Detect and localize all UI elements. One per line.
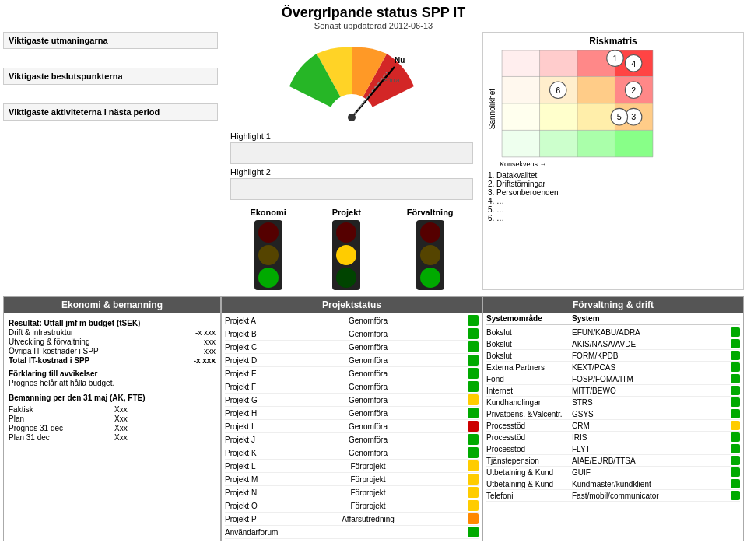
forv-area-13: Utbetalning & Kund <box>486 480 572 488</box>
gauge-container: Nu Förra <box>274 40 430 125</box>
tl-yellow-circle <box>420 245 440 265</box>
budget-title: Resultat: Utfall jmf m budget (tSEK) <box>9 319 216 327</box>
tl-red-circle <box>258 222 279 243</box>
svg-rect-10 <box>502 76 539 103</box>
proj-indicator-6 <box>468 394 479 405</box>
forv-row-10: Processtöd FLYT <box>486 443 740 455</box>
tl-red-circle <box>420 222 440 243</box>
forv-indicator-13 <box>731 479 740 488</box>
forv-row-5: Internet MITT/BEWO <box>486 385 740 397</box>
econ-label-1: Drift & infrastruktur <box>9 328 73 337</box>
forv-area-14: Telefoni <box>486 492 572 500</box>
proj-row-12: Projekt M Förprojekt <box>225 473 479 486</box>
proj-row-10: Projekt K Genomföra <box>225 446 479 460</box>
middle-section: Nu Förra Highlight 1 Highlight 2 Ekonomi <box>221 32 482 290</box>
proj-indicator-4 <box>468 368 479 379</box>
forv-system-14: Fast/mobil/communicator <box>572 492 728 500</box>
proj-name-12: Projekt M <box>225 475 272 484</box>
proj-indicator-11 <box>468 460 479 471</box>
proj-row-2: Projekt C Genomföra <box>225 341 479 354</box>
forvaltning-panel: Förvaltning & drift Systemområde System … <box>482 296 744 541</box>
proj-row-8: Projekt I Genomföra <box>225 420 479 433</box>
forklaring-text: Prognos helår att hålla budget. <box>9 379 216 387</box>
traffic-lights: Ekonomi Projekt Förvaltning <box>224 208 479 290</box>
svg-rect-6 <box>502 50 539 76</box>
proj-status-0: Genomföra <box>272 317 465 325</box>
proj-indicator-0 <box>468 315 479 326</box>
proj-name-3: Projekt D <box>225 356 272 365</box>
proj-indicator-8 <box>468 421 479 432</box>
beslut-label: Viktigaste beslutspunkterna <box>3 68 218 85</box>
konsekvens-item-4: 4. … <box>488 197 738 205</box>
staff-prognos-value: Xxx <box>114 424 216 432</box>
forv-row-8: Processtöd CRM <box>486 420 740 432</box>
tl-green-circle <box>336 268 356 288</box>
forv-system-5: MITT/BEWO <box>572 387 728 395</box>
page-subtitle: Senast uppdaterad 2012-06-13 <box>0 21 747 30</box>
proj-name-13: Projekt N <box>225 488 272 497</box>
forv-indicator-1 <box>731 339 740 348</box>
forklaring-title: Förklaring till avvikelser <box>9 369 216 378</box>
forv-indicator-8 <box>731 421 740 430</box>
svg-rect-12 <box>577 76 615 103</box>
proj-row-11: Projekt L Förprojekt <box>225 460 479 473</box>
forv-system-6: STRS <box>572 398 728 407</box>
econ-value-1: -x xxx <box>195 328 216 337</box>
projektstatus-body: Projekt A Genomföra Projekt B Genomföra … <box>222 313 482 541</box>
tl-green-circle <box>258 268 279 288</box>
forv-indicator-12 <box>731 467 740 477</box>
econ-value-2: xxx <box>204 338 216 346</box>
forv-area-10: Processtöd <box>486 445 572 453</box>
forv-area-0: Bokslut <box>486 328 572 337</box>
svg-rect-19 <box>540 130 577 156</box>
tl-red-circle <box>336 222 356 243</box>
proj-row-1: Projekt B Genomföra <box>225 327 479 341</box>
forv-area-4: Fond <box>486 375 572 383</box>
projektstatus-title: Projektstatus <box>222 297 482 313</box>
forv-row-12: Utbetalning & Kund GUIF <box>486 467 740 478</box>
top-section: Viktigaste utmaningarna Viktigaste beslu… <box>0 32 747 290</box>
tl-yellow-circle <box>336 245 356 265</box>
tl-projekt-label: Projekt <box>332 208 361 217</box>
projektstatus-panel: Projektstatus Projekt A Genomföra Projek… <box>221 296 482 541</box>
forv-area-7: Privatpens. &Valcentr. <box>486 410 572 418</box>
staff-plan31-value: Xxx <box>114 433 216 442</box>
staff-prognos-label: Prognos 31 dec <box>9 424 110 432</box>
tl-ekonomi: Ekonomi <box>250 208 286 290</box>
tl-projekt-light <box>332 220 360 290</box>
utmaningar-label: Viktigaste utmaningarna <box>3 32 218 49</box>
proj-status-8: Genomföra <box>272 422 465 431</box>
forv-system-0: EFUN/KABU/ADRA <box>572 328 728 337</box>
proj-indicator-3 <box>468 355 479 366</box>
proj-row-6: Projekt G Genomföra <box>225 394 479 407</box>
svg-rect-18 <box>502 130 539 156</box>
konsekvens-item-3: 3. Personberoenden <box>488 188 738 197</box>
proj-indicator-7 <box>468 408 479 418</box>
tl-yellow-circle <box>258 245 279 265</box>
staff-plan-label: Plan <box>9 415 110 423</box>
svg-text:5: 5 <box>617 112 622 121</box>
forv-indicator-2 <box>731 351 740 360</box>
svg-rect-7 <box>540 50 577 76</box>
forv-area-2: Bokslut <box>486 352 572 360</box>
svg-rect-14 <box>502 103 539 130</box>
staff-faktisk-label: Faktisk <box>9 405 110 414</box>
econ-row-2: Utveckling & förvaltning xxx <box>9 338 216 346</box>
forv-row-4: Fond FOSP/FOMA/ITM <box>486 373 740 385</box>
y-axis-label: Sannolikhet <box>488 89 496 129</box>
proj-status-14: Förprojekt <box>272 502 465 510</box>
econ-row-1: Drift & infrastruktur -x xxx <box>9 328 216 337</box>
highlight1: Highlight 1 <box>230 131 473 141</box>
svg-rect-20 <box>577 130 615 156</box>
highlight2: Highlight 2 <box>230 167 473 177</box>
econ-label-3: Övriga IT-kostnader i SPP <box>9 347 99 355</box>
forv-system-3: KEXT/PCAS <box>572 363 728 372</box>
forv-col2-header: System <box>572 314 740 323</box>
konsekvens-item-6: 6. … <box>488 214 738 222</box>
forv-indicator-3 <box>731 362 740 372</box>
forv-indicator-10 <box>731 444 740 453</box>
proj-status-13: Förprojekt <box>272 488 465 497</box>
proj-indicator-12 <box>468 474 479 485</box>
proj-name-5: Projekt F <box>225 383 272 391</box>
proj-status-6: Genomföra <box>272 396 465 404</box>
